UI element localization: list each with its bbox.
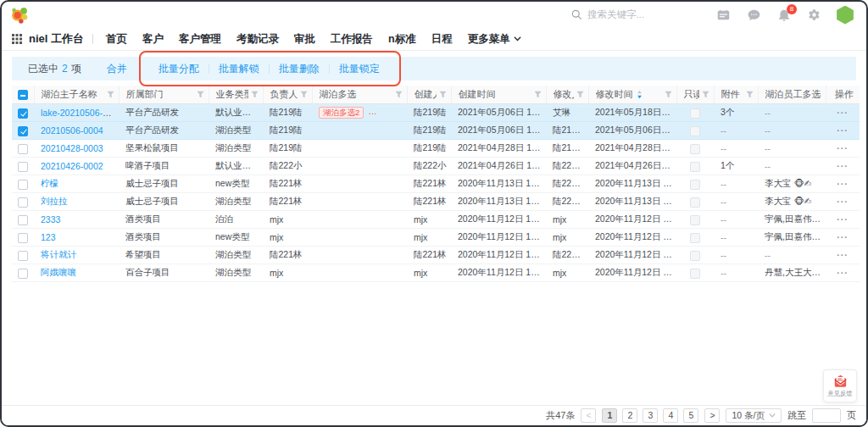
column-header-9[interactable]: 修改时间 [588,86,676,104]
readonly-checkbox [690,162,700,172]
workspace-brand[interactable]: niel 工作台 [29,31,84,47]
row-checkbox[interactable] [18,108,28,119]
filter-icon[interactable] [534,91,542,98]
row-more-actions[interactable]: ··· [837,268,849,278]
readonly-checkbox [690,126,700,136]
page-button-3[interactable]: 3 [643,408,658,423]
row-checkbox[interactable] [18,269,28,279]
more-menu-button[interactable]: 更多菜单 [468,32,521,47]
row-more-actions[interactable]: ··· [837,125,849,136]
prev-page-button[interactable]: < [581,408,596,423]
column-header-1[interactable]: 湖泊主子名称 [34,86,119,104]
notifications-icon[interactable]: 8 [778,8,790,21]
record-name-link[interactable]: 20210426-0002 [41,161,103,171]
column-header-3[interactable]: 业务类型 [209,86,263,104]
settings-icon[interactable] [808,8,821,21]
record-name-link[interactable]: 阿娥嚷嚷 [41,267,76,277]
global-search-input[interactable]: 搜索关键字... [571,8,644,21]
row-checkbox[interactable] [18,215,28,225]
record-name-link[interactable]: 将计就计 [41,249,76,259]
page-button-5[interactable]: 5 [683,408,698,423]
filter-icon[interactable] [300,91,308,98]
filter-icon[interactable] [197,91,204,98]
column-header-12[interactable]: 湖泊员工多选(无首 [758,86,826,104]
app-logo-icon[interactable] [10,6,29,25]
column-header-6[interactable]: 创建人 [407,86,451,104]
row-checkbox[interactable] [18,251,28,261]
nav-item-4[interactable]: 审批 [294,32,315,47]
record-name-link[interactable]: 20210428-0003 [41,143,103,153]
column-header-7[interactable]: 创建时间 [451,86,546,104]
column-header-10[interactable]: 只读 [676,86,714,104]
readonly-checkbox [690,108,700,119]
batch-action-0[interactable]: 批量分配 [159,62,199,76]
user-avatar[interactable] [836,6,854,25]
tag[interactable]: 湖泊多选2 [319,107,364,119]
records-table: 湖泊主子名称所属部门业务类型负责人湖泊多选创建人创建时间修改人修改时间只读附件湖… [12,86,856,282]
next-page-button[interactable]: > [704,408,720,423]
page-button-4[interactable]: 4 [663,408,678,423]
row-checkbox[interactable] [18,126,28,136]
row-more-actions[interactable]: ··· [837,197,849,207]
row-more-actions[interactable]: ··· [837,214,849,225]
page-size-select[interactable]: 10 条/页 [726,408,782,423]
filter-icon[interactable] [576,91,584,98]
nav-item-5[interactable]: 工作报告 [331,32,373,47]
row-more-actions[interactable]: ··· [837,108,849,118]
page-size-value: 10 条/页 [732,410,765,422]
row-checkbox[interactable] [18,162,28,172]
nav-item-2[interactable]: 客户管理 [179,32,221,47]
batch-action-2[interactable]: 批量删除 [279,62,320,76]
row-more-actions[interactable]: ··· [837,232,849,242]
filter-icon[interactable] [439,91,447,98]
filter-icon[interactable] [107,91,114,98]
select-all-header[interactable] [12,86,34,104]
sort-icon[interactable] [637,90,643,99]
column-header-13[interactable]: 操作 [826,86,860,104]
record-name-link[interactable]: 柠檬 [41,178,58,188]
table-row: 20210426-0002啤酒子项目默认业务类型陆222小陆222小2021年0… [12,158,860,175]
nav-item-1[interactable]: 客户 [142,32,164,47]
record-name-link[interactable]: 20210506-0004 [41,125,103,136]
page-button-1[interactable]: 1 [602,408,617,423]
nav-item-0[interactable]: 首页 [106,32,127,47]
feedback-button[interactable]: 意见反馈 [823,369,857,402]
page-button-2[interactable]: 2 [622,408,637,423]
column-header-2[interactable]: 所属部门 [119,86,209,104]
merge-button[interactable]: 合并 [107,62,127,76]
row-checkbox[interactable] [18,144,28,154]
topbar: 搜索关键字... 8 [2,2,866,28]
record-name-link[interactable]: lake-20210506-0005 [41,108,119,118]
filter-icon[interactable] [665,91,672,98]
row-checkbox[interactable] [18,197,28,208]
nav-item-7[interactable]: 日程 [431,32,453,47]
row-more-actions[interactable]: ··· [837,179,849,189]
column-header-4[interactable]: 负责人 [263,86,312,104]
toolbar-divider [329,64,330,74]
column-header-5[interactable]: 湖泊多选 [312,86,407,104]
row-more-actions[interactable]: ··· [837,143,849,153]
row-checkbox[interactable] [18,233,28,243]
nav-item-6[interactable]: n标准 [388,32,416,47]
select-all-checkbox[interactable] [18,90,28,100]
apps-grid-icon[interactable] [12,34,22,44]
toolbar-divider [269,64,270,74]
row-more-actions[interactable]: ··· [837,161,849,171]
messages-icon[interactable] [748,9,760,21]
workbench-icon[interactable] [717,9,730,21]
record-name-link[interactable]: 刘拉拉 [41,196,68,206]
filter-icon[interactable] [251,91,259,98]
filter-icon[interactable] [746,91,754,98]
record-name-link[interactable]: 2333 [41,214,60,225]
record-name-link[interactable]: 123 [41,232,56,242]
batch-action-3[interactable]: 批量锁定 [339,62,380,76]
batch-action-1[interactable]: 批量解锁 [219,62,259,76]
nav-item-3[interactable]: 考勤记录 [236,32,279,47]
filter-icon[interactable] [395,91,403,98]
jump-page-input[interactable] [812,408,841,423]
column-header-8[interactable]: 修改人 [546,86,588,104]
row-more-actions[interactable]: ··· [837,250,849,260]
column-header-11[interactable]: 附件 [714,86,758,104]
row-checkbox[interactable] [18,180,28,190]
filter-icon[interactable] [702,91,709,98]
